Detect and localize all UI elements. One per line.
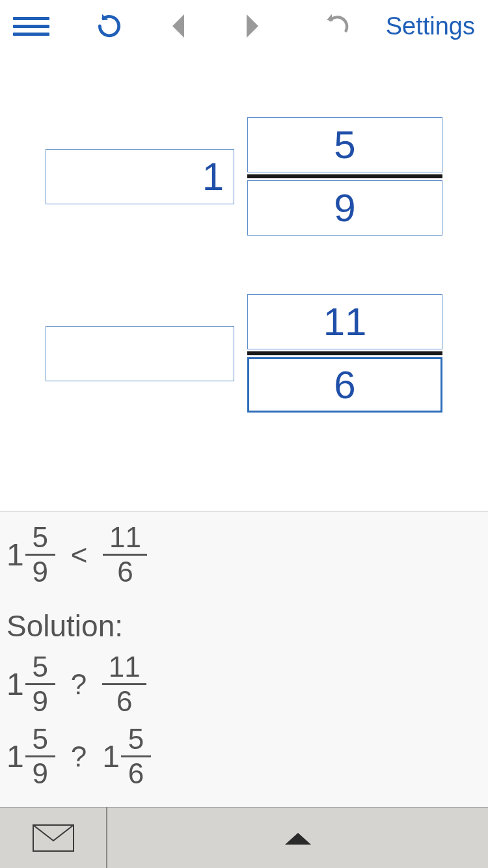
- next-icon[interactable]: [245, 13, 262, 39]
- mail-button[interactable]: [0, 807, 107, 868]
- toolbar: Settings: [0, 0, 488, 52]
- solution-panel: 1 59 < 116 Solution: 1 59 ? 116 1 59 ? 1…: [0, 511, 488, 807]
- fraction-bar: [247, 174, 442, 178]
- undo-icon[interactable]: [320, 12, 353, 40]
- fraction-row-1: 1 5 9: [0, 117, 488, 236]
- step-comparator: ?: [67, 668, 90, 701]
- menu-icon[interactable]: [13, 13, 49, 39]
- whole-input-2[interactable]: [46, 326, 234, 381]
- denominator-input-2[interactable]: 6: [247, 357, 442, 413]
- reload-icon[interactable]: [95, 12, 124, 40]
- settings-button[interactable]: Settings: [386, 12, 475, 40]
- numerator-input-1[interactable]: 5: [247, 117, 442, 172]
- input-area: 1 5 9 11 6: [0, 52, 488, 511]
- result-row: 1 59 < 116: [7, 523, 481, 586]
- result-left-whole: 1: [7, 539, 24, 571]
- step-comparator: ?: [67, 740, 90, 773]
- step-row-2: 1 59 ? 1 56: [7, 725, 481, 788]
- expand-button[interactable]: [107, 807, 488, 868]
- step-row-1: 1 59 ? 116: [7, 653, 481, 716]
- prev-icon[interactable]: [169, 13, 186, 39]
- whole-input-1[interactable]: 1: [46, 149, 234, 204]
- numerator-input-2[interactable]: 11: [247, 294, 442, 349]
- fraction-row-2: 11 6: [0, 294, 488, 413]
- fraction-bar: [247, 351, 442, 355]
- denominator-input-1[interactable]: 9: [247, 180, 442, 236]
- result-comparator: <: [67, 539, 92, 571]
- solution-label: Solution:: [7, 608, 481, 644]
- bottom-bar: [0, 807, 488, 868]
